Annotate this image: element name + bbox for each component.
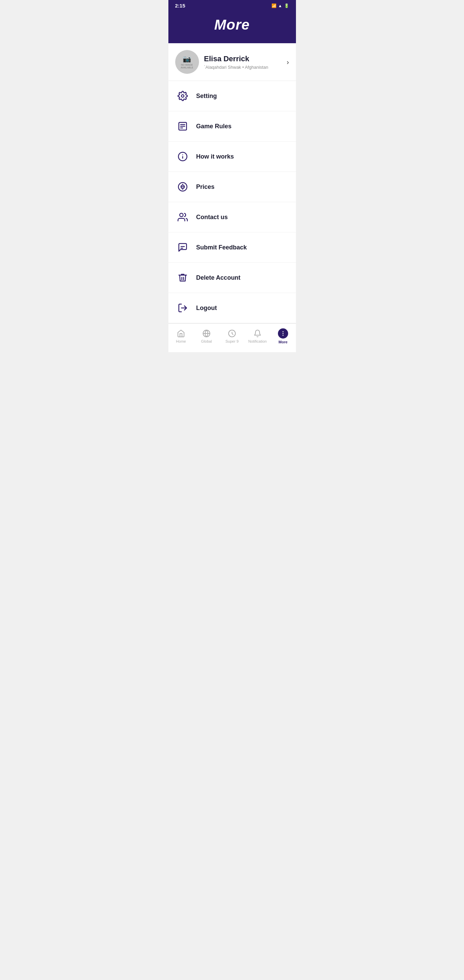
phone-container: 2:15 📶 ▲ 🔋 More 📷 NO IMAGE AVAILABLE Eli… bbox=[168, 0, 296, 352]
nav-item-more[interactable]: More bbox=[270, 327, 296, 345]
menu-item-setting[interactable]: Setting bbox=[168, 81, 296, 111]
wifi-icon: ▲ bbox=[278, 3, 282, 8]
profile-club: `Alaqahdari Shwak bbox=[204, 65, 241, 70]
avatar-text: NO IMAGE AVAILABLE bbox=[175, 64, 199, 69]
menu-label-prices: Prices bbox=[196, 183, 215, 191]
svg-point-0 bbox=[181, 95, 184, 97]
menu-item-game-rules[interactable]: Game Rules bbox=[168, 111, 296, 142]
global-nav-icon bbox=[202, 329, 211, 337]
game-rules-icon-wrap bbox=[175, 119, 190, 134]
setting-icon bbox=[178, 91, 188, 101]
how-it-works-icon-wrap bbox=[175, 149, 190, 164]
logout-icon-wrap bbox=[175, 301, 190, 315]
svg-point-16 bbox=[283, 331, 283, 332]
home-nav-icon bbox=[177, 329, 185, 337]
avatar: 📷 NO IMAGE AVAILABLE bbox=[175, 50, 199, 74]
svg-point-18 bbox=[283, 335, 283, 336]
nav-item-notification[interactable]: Notification bbox=[245, 328, 270, 345]
status-icons: 📶 ▲ 🔋 bbox=[272, 3, 289, 8]
status-bar: 2:15 📶 ▲ 🔋 bbox=[168, 0, 296, 10]
profile-section[interactable]: 📷 NO IMAGE AVAILABLE Elisa Derrick `Alaq… bbox=[168, 43, 296, 81]
notification-nav-label: Notification bbox=[248, 339, 267, 343]
notification-nav-icon-wrap bbox=[253, 329, 262, 338]
menu-label-how-it-works: How it works bbox=[196, 153, 234, 160]
menu-item-logout[interactable]: Logout bbox=[168, 293, 296, 323]
info-icon bbox=[178, 151, 188, 162]
bottom-nav: Home Global Super 9 bbox=[168, 323, 296, 352]
submit-feedback-icon-wrap bbox=[175, 240, 190, 255]
menu-item-contact-us[interactable]: Contact us bbox=[168, 202, 296, 232]
signal-icon: 📶 bbox=[272, 3, 276, 8]
prices-icon bbox=[178, 182, 188, 192]
more-nav-icon-wrap bbox=[278, 328, 288, 339]
battery-icon: 🔋 bbox=[284, 3, 289, 8]
header: More bbox=[168, 10, 296, 43]
svg-point-17 bbox=[283, 333, 283, 334]
status-time: 2:15 bbox=[175, 3, 185, 8]
menu-item-prices[interactable]: Prices bbox=[168, 172, 296, 202]
global-nav-icon-wrap bbox=[202, 329, 211, 338]
nav-item-super9[interactable]: Super 9 bbox=[219, 328, 245, 345]
notification-nav-icon bbox=[253, 329, 262, 337]
menu-label-submit-feedback: Submit Feedback bbox=[196, 244, 247, 251]
contact-us-icon-wrap bbox=[175, 210, 190, 224]
super9-nav-label: Super 9 bbox=[226, 339, 239, 343]
profile-location: `Alaqahdari Shwak • Afghanistan bbox=[204, 65, 287, 70]
profile-chevron-icon: › bbox=[287, 58, 289, 66]
global-nav-label: Global bbox=[201, 339, 212, 343]
more-nav-label: More bbox=[279, 340, 288, 344]
menu-item-how-it-works[interactable]: How it works bbox=[168, 142, 296, 172]
menu-label-setting: Setting bbox=[196, 92, 217, 100]
prices-icon-wrap bbox=[175, 179, 190, 194]
super9-nav-icon bbox=[228, 329, 236, 337]
menu-list: Setting Game Rules bbox=[168, 81, 296, 323]
menu-item-delete-account[interactable]: Delete Account bbox=[168, 263, 296, 293]
delete-account-icon-wrap bbox=[175, 270, 190, 285]
menu-label-delete-account: Delete Account bbox=[196, 274, 240, 282]
menu-label-game-rules: Game Rules bbox=[196, 123, 232, 130]
more-nav-icon bbox=[280, 331, 286, 337]
contact-icon bbox=[178, 212, 188, 222]
separator: • bbox=[242, 65, 245, 70]
home-nav-label: Home bbox=[176, 339, 186, 343]
setting-icon-wrap bbox=[175, 89, 190, 103]
menu-item-submit-feedback[interactable]: Submit Feedback bbox=[168, 232, 296, 263]
logout-icon bbox=[178, 303, 188, 313]
menu-label-contact-us: Contact us bbox=[196, 214, 228, 221]
trash-icon bbox=[178, 272, 188, 283]
profile-country: Afghanistan bbox=[245, 65, 269, 70]
profile-name: Elisa Derrick bbox=[204, 54, 287, 63]
camera-icon: 📷 bbox=[183, 55, 191, 63]
page-title: More bbox=[175, 17, 289, 33]
menu-label-logout: Logout bbox=[196, 305, 217, 312]
game-rules-icon bbox=[178, 121, 188, 131]
nav-item-global[interactable]: Global bbox=[194, 328, 219, 345]
home-nav-icon-wrap bbox=[176, 329, 185, 338]
feedback-icon bbox=[178, 242, 188, 253]
svg-point-9 bbox=[180, 213, 183, 217]
super9-nav-icon-wrap bbox=[227, 329, 237, 338]
profile-info: Elisa Derrick `Alaqahdari Shwak • Afghan… bbox=[204, 54, 287, 70]
nav-item-home[interactable]: Home bbox=[168, 328, 194, 345]
